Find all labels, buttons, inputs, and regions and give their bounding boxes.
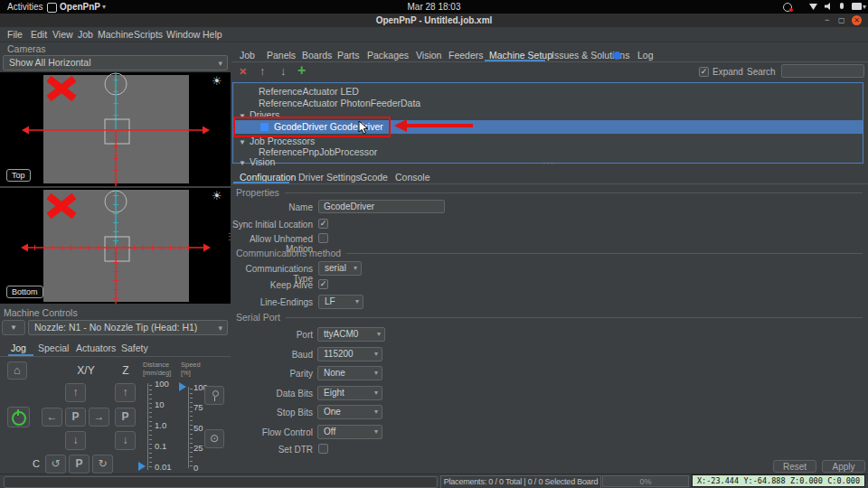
app-menu-button[interactable]: OpenPnP bbox=[60, 0, 100, 14]
allow-unhomed-motion-checkbox[interactable] bbox=[318, 233, 328, 243]
apply-button[interactable]: Apply bbox=[822, 460, 865, 473]
home-button[interactable]: ⌂ bbox=[7, 361, 27, 380]
communications-type-select[interactable]: serial▾ bbox=[318, 261, 362, 276]
park-icon: P bbox=[75, 457, 82, 470]
recording-indicator-icon[interactable] bbox=[783, 3, 792, 12]
baud-select[interactable]: 115200▾ bbox=[317, 347, 382, 361]
park-icon: P bbox=[71, 410, 79, 423]
set-dtr-checkbox[interactable] bbox=[318, 444, 328, 454]
tab-log[interactable]: Log bbox=[637, 50, 654, 61]
tree-item-photonfeederdata[interactable]: ReferenceActuator PhotonFeederData bbox=[233, 98, 868, 109]
tree-item-led[interactable]: ReferenceActuator LED bbox=[233, 86, 868, 98]
progress-bar: 0% bbox=[602, 475, 689, 487]
port-select[interactable]: ttyACM0▾ bbox=[317, 327, 385, 342]
properties-section-header: Properties bbox=[236, 187, 863, 198]
keep-alive-checkbox[interactable] bbox=[318, 279, 328, 289]
park-xy-button[interactable]: P bbox=[65, 408, 86, 427]
menu-file[interactable]: File bbox=[7, 27, 23, 42]
parity-select[interactable]: None▾ bbox=[317, 366, 382, 380]
close-button[interactable]: ✕ bbox=[852, 15, 862, 25]
tab-parts[interactable]: Parts bbox=[337, 50, 360, 61]
move-up-button[interactable]: ↑ bbox=[259, 64, 266, 78]
tab-special[interactable]: Special bbox=[38, 343, 69, 353]
add-button[interactable]: + bbox=[297, 62, 306, 79]
reset-button[interactable]: Reset bbox=[773, 460, 816, 473]
power-button[interactable] bbox=[7, 407, 30, 427]
jog-x-minus-button[interactable]: ← bbox=[42, 408, 62, 427]
camera-display-mode-select[interactable]: Show All Horizontal ▾ bbox=[3, 55, 228, 70]
status-bar: Placements: 0 / 0 Total | 0 / 0 Selected… bbox=[0, 474, 868, 488]
tab-panels[interactable]: Panels bbox=[267, 50, 296, 61]
tab-actuators[interactable]: Actuators bbox=[76, 343, 116, 353]
distance-slider-handle[interactable] bbox=[138, 462, 146, 471]
data-bits-label: Data Bits bbox=[231, 389, 313, 399]
tab-driver-settings[interactable]: Driver Settings bbox=[298, 172, 361, 183]
arrow-up-icon: ↑ bbox=[73, 386, 79, 399]
chevron-down-icon: ▾ bbox=[374, 406, 378, 418]
flow-control-label: Flow Control bbox=[231, 427, 313, 437]
tab-console[interactable]: Console bbox=[395, 172, 430, 183]
minimize-button[interactable]: − bbox=[825, 14, 829, 27]
jog-x-plus-button[interactable]: → bbox=[89, 408, 109, 427]
jog-y-minus-button[interactable]: ↓ bbox=[65, 431, 86, 450]
system-menu-caret-icon[interactable]: ▾ bbox=[863, 0, 866, 14]
delete-button[interactable]: ✕ bbox=[239, 66, 247, 78]
jog-y-plus-button[interactable]: ↑ bbox=[65, 383, 86, 402]
distance-tick-label: 10 bbox=[155, 399, 165, 409]
wifi-icon[interactable] bbox=[809, 4, 817, 10]
tab-vision[interactable]: Vision bbox=[416, 50, 441, 61]
distance-tick-label: 0.01 bbox=[155, 462, 172, 472]
move-down-button[interactable]: ↓ bbox=[280, 64, 287, 78]
jog-c-ccw-button[interactable]: ↺ bbox=[45, 455, 66, 474]
park-z-button[interactable]: P bbox=[115, 408, 136, 427]
menu-edit[interactable]: Edit bbox=[31, 27, 47, 42]
search-input[interactable] bbox=[781, 64, 864, 78]
data-bits-select[interactable]: Eight▾ bbox=[317, 386, 382, 400]
expand-checkbox[interactable] bbox=[699, 67, 709, 77]
line-endings-select[interactable]: LF▾ bbox=[318, 295, 363, 309]
position-tool-button[interactable] bbox=[204, 386, 224, 405]
menu-machine[interactable]: Machine bbox=[98, 27, 134, 42]
distance-slider-track[interactable] bbox=[147, 383, 148, 470]
tab-job[interactable]: Job bbox=[240, 50, 255, 61]
tab-packages[interactable]: Packages bbox=[367, 50, 409, 61]
flow-control-select[interactable]: Off▾ bbox=[317, 425, 382, 439]
window-title: OpenPnP - Untitled.job.xml bbox=[0, 14, 868, 27]
port-label: Port bbox=[231, 330, 313, 340]
volume-icon[interactable] bbox=[825, 3, 832, 10]
tab-jog[interactable]: Jog bbox=[11, 343, 26, 353]
chevron-down-icon: ▼ bbox=[10, 324, 17, 332]
clock[interactable]: Mar 28 18:03 bbox=[398, 0, 470, 14]
position-camera-button[interactable]: ⊙ bbox=[204, 429, 224, 448]
tab-boards[interactable]: Boards bbox=[302, 50, 332, 61]
activities-button[interactable]: Activities bbox=[7, 0, 42, 14]
stop-bits-select[interactable]: One▾ bbox=[317, 405, 382, 419]
jog-z-plus-button[interactable]: ↑ bbox=[115, 383, 136, 402]
tab-feeders[interactable]: Feeders bbox=[448, 50, 484, 61]
menu-help[interactable]: Help bbox=[203, 27, 222, 42]
nozzle-select[interactable]: Nozzle: N1 - No Nozzle Tip (Head: H1) ▾ bbox=[28, 320, 228, 335]
jog-z-minus-button[interactable]: ↓ bbox=[115, 431, 136, 450]
menu-job[interactable]: Job bbox=[78, 27, 93, 42]
horizontal-splitter-grip[interactable]: ··· bbox=[542, 158, 554, 168]
name-input[interactable] bbox=[318, 200, 445, 213]
microphone-icon[interactable] bbox=[840, 3, 844, 9]
menu-scripts[interactable]: Scripts bbox=[134, 27, 163, 42]
chevron-down-icon: ▾ bbox=[374, 348, 378, 361]
sync-initial-location-checkbox[interactable] bbox=[318, 219, 328, 229]
tab-gcode[interactable]: Gcode bbox=[360, 172, 388, 183]
camera-view-top[interactable]: ☀ Top bbox=[0, 72, 231, 186]
speed-slider-track[interactable] bbox=[188, 387, 189, 468]
jog-c-cw-button[interactable]: ↻ bbox=[92, 455, 113, 474]
tab-safety[interactable]: Safety bbox=[121, 343, 148, 353]
dro-x: X:-23.444 bbox=[697, 476, 739, 485]
park-c-button[interactable]: P bbox=[69, 455, 90, 474]
speed-slider-handle[interactable] bbox=[179, 382, 186, 391]
camera-view-bottom[interactable]: ☀ Bottom bbox=[0, 188, 231, 304]
menu-window[interactable]: Window bbox=[166, 27, 200, 42]
menu-view[interactable]: View bbox=[52, 27, 73, 42]
nozzle-expand-button[interactable]: ▼ bbox=[2, 320, 25, 335]
maximize-button[interactable]: ▢ bbox=[838, 14, 845, 27]
set-dtr-label: Set DTR bbox=[231, 445, 313, 455]
battery-icon[interactable] bbox=[852, 3, 862, 10]
